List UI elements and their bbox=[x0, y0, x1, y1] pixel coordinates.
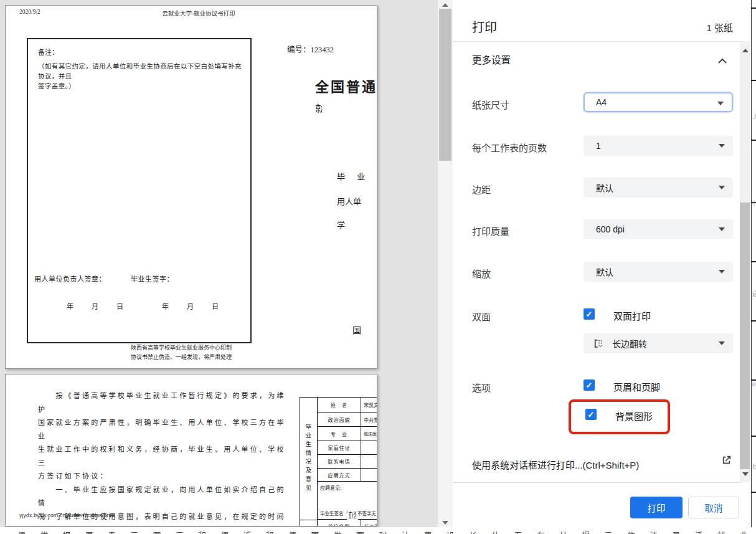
party-line-country-fragment: 国 bbox=[352, 323, 361, 336]
dropdown-caret-icon bbox=[719, 227, 725, 231]
scale-label: 缩放 bbox=[472, 267, 491, 280]
scroll-up-icon[interactable] bbox=[742, 49, 749, 52]
background-tick bbox=[751, 80, 756, 81]
printer-note: 陕西省高等学校毕业生就业服务中心印制 协议书禁止伪造、一经发现，将严肃处理 bbox=[128, 343, 235, 362]
table-section-header-employer: 用 bbox=[300, 520, 318, 527]
paper-size-label: 纸张尺寸 bbox=[472, 98, 509, 111]
table-section-header-graduate: 毕业生情况及意见 bbox=[300, 398, 318, 520]
background-tick bbox=[751, 7, 756, 9]
table-value bbox=[361, 441, 377, 455]
background-page-bottom-strip: 偎 优 报 辰 贵 元 同 三 和 偎 近 和 偎 更 做 国 利 认 费 设 … bbox=[17, 529, 756, 534]
paper-size-value: A4 bbox=[596, 97, 607, 107]
dialog-title: 打印 bbox=[472, 17, 497, 36]
party-line-graduate-fragment: 毕 业 bbox=[337, 170, 370, 182]
settings-scrollbar-thumb[interactable] bbox=[740, 203, 750, 469]
header-divider bbox=[453, 41, 741, 42]
table-label: 单位名称 bbox=[318, 520, 361, 527]
duplex-checkbox-label[interactable]: 双面打印 bbox=[613, 309, 651, 322]
table-value: 宋凯文 bbox=[361, 398, 377, 412]
background-table-border bbox=[751, 0, 752, 527]
background-tick bbox=[751, 379, 756, 381]
date-blank: 年 月 日 bbox=[162, 301, 224, 311]
table-label: 联系电话 bbox=[318, 455, 361, 469]
scale-select[interactable]: 默认 bbox=[584, 262, 733, 282]
background-tick bbox=[751, 140, 756, 141]
paper-size-select[interactable]: A4 bbox=[584, 92, 733, 112]
background-text-fragment: 丿 bbox=[752, 112, 756, 120]
dropdown-caret-icon bbox=[719, 341, 725, 345]
print-dialog: 打印 1 张纸 更多设置 纸张尺寸 A4 每个工作表的页数 1 边距 默认 打印… bbox=[453, 0, 741, 527]
pages-per-sheet-label: 每个工作表的页数 bbox=[472, 141, 547, 154]
pages-per-sheet-value: 1 bbox=[596, 141, 601, 151]
remark-body: （如有其它约定，请用人单位和毕业生协商后在以下空白处填写补充协议，并且 签字盖章… bbox=[38, 62, 246, 92]
table-value: 中共党员 bbox=[361, 412, 377, 427]
options-label: 选项 bbox=[472, 381, 491, 394]
print-quality-label: 打印质量 bbox=[472, 224, 509, 237]
dropdown-caret-icon bbox=[719, 186, 725, 189]
background-graphics-highlight-annotation bbox=[569, 399, 670, 434]
party-line-school-fragment: 学 bbox=[337, 219, 345, 231]
print-quality-select[interactable]: 600 dpi bbox=[584, 219, 733, 239]
header-footer-checkbox-label[interactable]: 页眉和页脚 bbox=[613, 380, 660, 393]
preview-scrollbar-thumb[interactable] bbox=[439, 9, 451, 161]
scroll-down-icon[interactable] bbox=[442, 521, 448, 525]
duplex-mode-select[interactable]: 长边翻转 bbox=[584, 333, 733, 353]
employer-sign-label: 用人单位负责人签章： bbox=[34, 274, 106, 284]
print-button[interactable]: 打印 bbox=[630, 497, 683, 518]
background-text-fragment: 这 bbox=[752, 290, 756, 298]
preview-pane: 2020/9/2 云就业大学-就业协议书打印 备注： （如有其它约定，请用人单位… bbox=[0, 0, 438, 527]
table-label: 专 业 bbox=[318, 427, 361, 441]
remark-title: 备注： bbox=[38, 47, 59, 57]
party-line-employer-fragment: 用人单 bbox=[337, 195, 367, 207]
graduate-info-table: 毕业生情况及意见 用 姓 名 政治面貌 专 业 家庭住址 联系电话 应聘方式 宋… bbox=[300, 397, 377, 527]
table-value bbox=[361, 469, 377, 482]
scroll-down-icon[interactable] bbox=[742, 472, 749, 476]
chevron-up-icon[interactable] bbox=[717, 55, 727, 67]
background-text-fragment: 亻 bbox=[752, 199, 756, 207]
sheet-count: 1 张纸 bbox=[706, 21, 733, 34]
print-header-title: 云就业大学-就业协议书打印 bbox=[99, 9, 298, 17]
serial-number: 编号：123432 bbox=[287, 43, 334, 55]
external-link-icon[interactable] bbox=[721, 454, 732, 469]
date-blank: 年 月 日 bbox=[67, 301, 129, 311]
header-footer-checkbox[interactable]: ✓ bbox=[584, 379, 595, 391]
duplex-checkbox[interactable]: ✓ bbox=[584, 308, 595, 320]
flip-long-edge-icon bbox=[592, 338, 604, 351]
print-quality-value: 600 dpi bbox=[596, 224, 625, 234]
cancel-button[interactable]: 取消 bbox=[688, 497, 739, 518]
scale-value: 默认 bbox=[596, 265, 613, 278]
checkmark-icon: ✓ bbox=[586, 310, 593, 319]
remark-box: 备注： （如有其它约定，请用人单位和毕业生协商后在以下空白处填写补充协议，并且 … bbox=[27, 38, 252, 343]
table-value: 临床医学(肿瘤 bbox=[361, 427, 377, 441]
duplex-label: 双面 bbox=[472, 310, 491, 323]
table-label: 家庭住址 bbox=[318, 441, 361, 455]
pages-per-sheet-select[interactable]: 1 bbox=[584, 136, 733, 156]
print-footer-page-number: 1/2 bbox=[347, 513, 358, 520]
preview-page-1: 2020/9/2 云就业大学-就业协议书打印 备注： （如有其它约定，请用人单位… bbox=[5, 5, 377, 369]
background-tick bbox=[751, 320, 756, 322]
preview-page-2: 按《普通高等学校毕业生就业工作暂行规定》的要求，为维护 国家就业方案的严肃性，明… bbox=[5, 374, 377, 527]
margins-select[interactable]: 默认 bbox=[584, 178, 733, 198]
preview-scrollbar[interactable] bbox=[438, 0, 453, 527]
dropdown-caret-icon bbox=[719, 270, 725, 274]
background-tick bbox=[751, 436, 756, 437]
print-header-date: 2020/9/2 bbox=[19, 9, 40, 15]
table-label: 政治面貌 bbox=[318, 412, 361, 427]
print-footer-url: yjydx.bysjy.com.cn/authentication/print bbox=[19, 512, 115, 518]
agreement-body-text: 按《普通高等学校毕业生就业工作暂行规定》的要求，为维护 国家就业方案的严肃性，明… bbox=[38, 389, 287, 527]
graduate-sign-label: 毕业生签字： bbox=[131, 274, 174, 284]
margins-value: 默认 bbox=[596, 181, 613, 194]
footer-divider bbox=[453, 482, 741, 483]
document-subtitle-partial: 就 bbox=[315, 100, 322, 113]
background-text-fragment: 0 bbox=[752, 381, 756, 388]
background-tick bbox=[751, 261, 756, 262]
duplex-mode-value: 长边翻转 bbox=[612, 337, 647, 350]
table-label: 应聘方式 bbox=[318, 469, 361, 482]
table-label: 姓 名 bbox=[318, 398, 361, 412]
dropdown-caret-icon bbox=[719, 144, 725, 148]
system-dialog-link[interactable]: 使用系统对话框进行打印...(Ctrl+Shift+P) bbox=[472, 458, 639, 471]
table-value bbox=[361, 455, 377, 469]
scroll-up-icon[interactable] bbox=[442, 3, 448, 7]
print-preview-screen: 偎 优 报 辰 贵 元 同 三 和 偎 近 和 偎 更 做 国 利 认 费 设 … bbox=[0, 0, 756, 534]
more-settings-toggle[interactable]: 更多设置 bbox=[472, 52, 511, 66]
